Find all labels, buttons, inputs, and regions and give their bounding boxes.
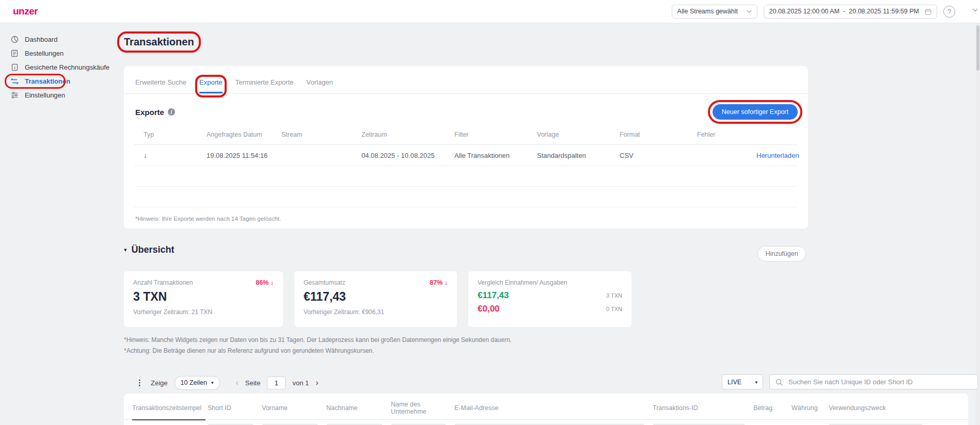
info-icon[interactable]: i <box>168 108 175 116</box>
cell-vorlage: Standardspalten <box>537 152 620 159</box>
column-email: E-Mail-Adresse <box>454 404 653 412</box>
exports-panel: Erweiterte Suche Exporte Terminierte Exp… <box>124 66 808 228</box>
tab-bar: Erweiterte Suche Exporte Terminierte Exp… <box>124 66 808 94</box>
new-export-button[interactable]: Neuer sofortiger Export <box>713 104 798 120</box>
income-value: €117,43 <box>478 290 509 301</box>
zeige-label: Zeige <box>151 379 168 387</box>
column-stream: Stream <box>281 131 361 138</box>
note-line: *Hinweis: Manche Widgets zeigen nur Date… <box>124 335 512 346</box>
expense-count: 0 TXN <box>606 306 622 312</box>
environment-select[interactable]: LIVE ▾ <box>722 374 763 389</box>
transactions-table-header: Transaktionszeitstempel Short ID Vorname… <box>124 394 968 420</box>
column-vorname: Vorname <box>262 404 326 412</box>
trend-down-icon: ↓ <box>445 279 448 286</box>
user-menu-chevron-icon[interactable] <box>972 8 978 12</box>
download-link[interactable]: Herunterladen <box>756 152 799 159</box>
tab-exporte[interactable]: Exporte <box>199 78 223 93</box>
column-short-id: Short ID <box>208 404 262 412</box>
sidebar-item-transaktionen[interactable]: Transaktionen <box>0 74 119 88</box>
cell-zeitraum: 04.08.2025 - 10.08.2025 <box>361 152 454 159</box>
card-gesamtumsatz: Gesamtumsatz 87% ↓ €117,43 Vorheriger Ze… <box>294 271 457 327</box>
sidebar-item-label: Dashboard <box>25 36 58 43</box>
rows-per-page-value: 10 Zeilen <box>181 379 207 386</box>
help-button[interactable]: ? <box>943 6 955 18</box>
change-badge: 86% ↓ <box>256 279 274 286</box>
sidebar-item-label: Transaktionen <box>25 77 70 85</box>
page-number-input[interactable] <box>267 377 286 389</box>
exports-table: Typ Angefragtes Datum Stream Zeitraum Fi… <box>134 125 798 207</box>
trend-down-icon: ↓ <box>271 279 274 286</box>
scrollbar-track <box>976 23 980 425</box>
overview-heading-label: Übersicht <box>132 244 175 255</box>
income-count: 3 TXN <box>606 292 622 299</box>
new-export-button-wrap: Neuer sofortiger Export <box>713 104 798 120</box>
tab-vorlagen[interactable]: Vorlagen <box>307 78 333 93</box>
card-previous: Vorheriger Zeitraum: €906,31 <box>304 308 448 316</box>
sidebar-item-einstellungen[interactable]: Einstellungen <box>0 88 119 102</box>
column-nachname: Nachname <box>326 404 391 412</box>
column-transaktionszeitstempel: Transaktionszeitstempel <box>124 404 208 412</box>
date-range-end: 20.08.2025 11:59:59 PM <box>849 8 919 15</box>
change-badge: 87% ↓ <box>430 279 448 286</box>
sidebar-item-gesicherte-rechnungskaeufe[interactable]: Gesicherte Rechnungskäufe <box>0 60 119 74</box>
add-widget-button[interactable]: Hinzufügen <box>757 246 806 261</box>
card-previous: Vorheriger Zeitraum: 21 TXN <box>133 308 274 316</box>
sidebar-item-bestellungen[interactable]: Bestellungen <box>0 46 119 60</box>
column-unternehmen: Name des Unternehme <box>391 401 454 415</box>
column-verwendungszweck: Verwendungszweck <box>829 404 968 412</box>
seite-label: Seite <box>245 379 261 387</box>
scrollbar-thumb[interactable] <box>976 25 979 71</box>
sidebar-item-dashboard[interactable]: Dashboard <box>0 32 119 46</box>
search-input[interactable] <box>787 378 972 386</box>
chevron-down-icon <box>747 10 752 13</box>
environment-select-value: LIVE <box>728 379 741 386</box>
overview-cards: Anzahl Transaktionen 86% ↓ 3 TXN Vorheri… <box>124 271 631 327</box>
column-zeitraum: Zeitraum <box>361 131 454 138</box>
sidebar-item-label: Bestellungen <box>25 50 64 57</box>
exports-note: *Hinweis: Ihre Exporte werden nach 14 Ta… <box>135 216 797 222</box>
settings-icon <box>10 92 19 99</box>
exports-header-row: Exporte i Neuer sofortiger Export <box>124 94 808 125</box>
sidebar-item-label: Gesicherte Rechnungskäufe <box>25 63 109 71</box>
rows-per-page-select[interactable]: 10 Zeilen ▾ <box>175 376 220 390</box>
topbar: unzer Alle Streams gewählt 20.08.2025 12… <box>0 0 980 23</box>
date-range-picker[interactable]: 20.08.2025 12:00:00 AM - 20.08.2025 11:5… <box>764 5 937 19</box>
streams-select[interactable]: Alle Streams gewählt <box>672 5 757 19</box>
card-value: €117,43 <box>304 290 448 304</box>
pagination-bar: ⋮ Zeige 10 Zeilen ▾ ‹ Seite von 1 › <box>124 375 319 390</box>
transactions-icon <box>10 78 19 85</box>
card-label: Anzahl Transaktionen <box>133 279 193 286</box>
calendar-icon <box>925 8 931 15</box>
unzer-logo[interactable]: unzer <box>13 6 38 17</box>
expense-value: €0,00 <box>478 304 500 314</box>
overview-heading[interactable]: ▾ Übersicht <box>124 244 175 255</box>
prev-page-button[interactable]: ‹ <box>236 378 239 387</box>
orders-icon <box>10 50 19 57</box>
caret-down-icon: ▾ <box>755 380 757 385</box>
table-row-empty <box>134 187 798 207</box>
sidebar: Dashboard Bestellungen Gesicherte Rechnu… <box>0 23 119 102</box>
exports-table-header: Typ Angefragtes Datum Stream Zeitraum Fi… <box>134 125 798 145</box>
topbar-controls: Alle Streams gewählt 20.08.2025 12:00:00… <box>672 5 955 19</box>
tab-terminierte-exporte[interactable]: Terminierte Exporte <box>235 78 294 93</box>
collapse-icon: ▾ <box>124 247 127 253</box>
column-transaktions-id: Transaktions-ID <box>653 404 753 412</box>
date-range-start: 20.08.2025 12:00:00 AM <box>769 8 840 15</box>
note-line: *Achtung: Die Beträge dienen nur als Ref… <box>124 346 512 356</box>
annotation-page-title <box>117 31 201 53</box>
page-total-label: von 1 <box>292 379 309 387</box>
app-root: unzer Alle Streams gewählt 20.08.2025 12… <box>0 0 980 425</box>
column-filter: Filter <box>454 131 537 138</box>
active-column-underline <box>132 419 206 420</box>
next-page-button[interactable]: › <box>315 378 318 387</box>
card-label: Gesamtumsatz <box>304 279 345 286</box>
cell-filter: Alle Transaktionen <box>454 152 537 159</box>
transactions-table: Transaktionszeitstempel Short ID Vorname… <box>124 394 968 425</box>
search-box <box>769 374 978 389</box>
sidebar-item-label: Einstellungen <box>25 91 65 99</box>
kebab-menu-icon[interactable]: ⋮ <box>136 378 144 387</box>
secured-invoice-icon <box>10 63 19 71</box>
cell-angefragtes-datum: 19.08.2025 11:54:16 <box>207 152 281 159</box>
exports-heading: Exporte <box>135 108 164 117</box>
tab-erweiterte-suche[interactable]: Erweiterte Suche <box>135 78 186 93</box>
